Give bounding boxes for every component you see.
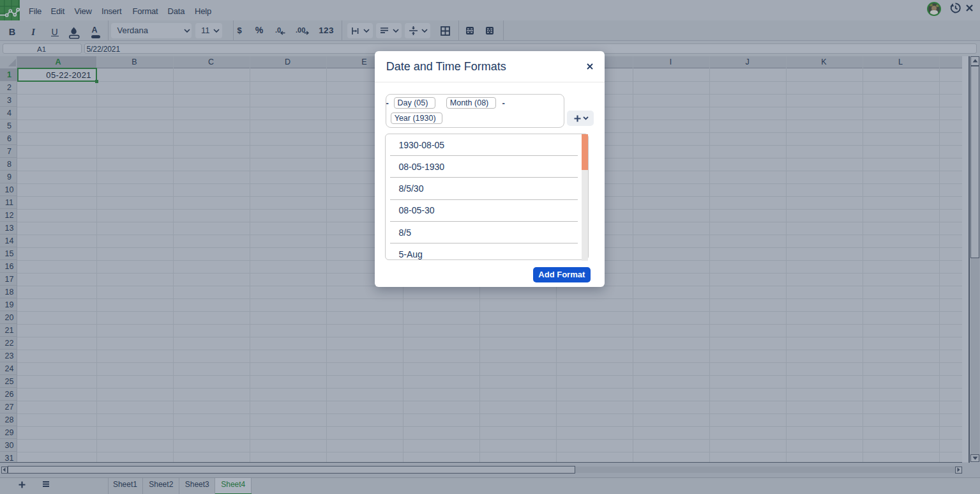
svg-text:.0: .0: [275, 26, 281, 34]
svg-text:.00: .00: [296, 26, 305, 34]
